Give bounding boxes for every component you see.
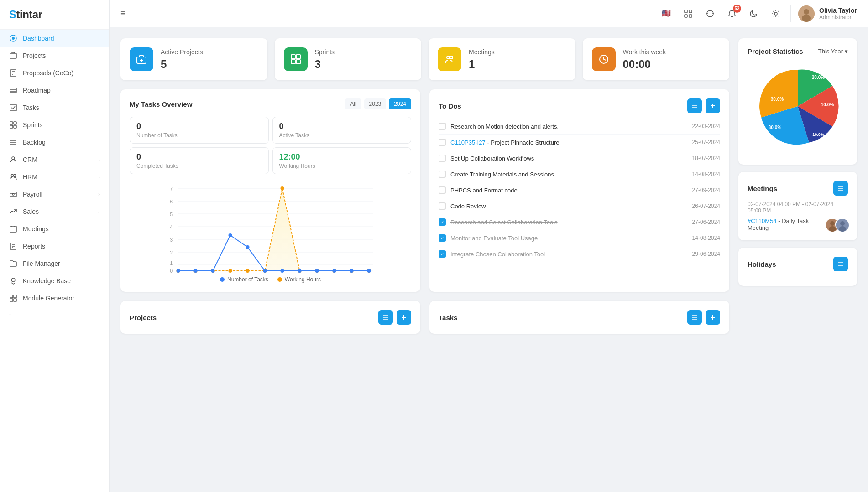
svg-point-97 — [315, 269, 319, 273]
sidebar-item-file-manager[interactable]: File Manager — [0, 255, 109, 272]
svg-point-41 — [707, 10, 713, 17]
svg-point-32 — [11, 278, 15, 282]
todo-date-4: 27-09-2024 — [692, 187, 720, 193]
crm-icon — [9, 155, 17, 164]
todos-list-view-button[interactable] — [687, 98, 702, 113]
todo-check-0[interactable] — [439, 123, 446, 130]
apps-grid-icon[interactable] — [681, 6, 695, 21]
user-role: Administrator — [819, 14, 857, 21]
task-stat-hours: 12:00 Working Hours — [272, 147, 412, 174]
menu-toggle-button[interactable]: ≡ — [120, 9, 125, 18]
dark-mode-icon[interactable] — [747, 6, 761, 21]
svg-text:2: 2 — [170, 250, 173, 255]
holidays-card-title: Holidays — [748, 260, 776, 268]
meetings-card-title: Meetings — [748, 185, 777, 192]
filter-2024[interactable]: 2024 — [389, 98, 411, 109]
svg-point-83 — [281, 186, 284, 190]
sidebar-item-dashboard[interactable]: Dashboard — [0, 30, 109, 47]
svg-text:20.0%: 20.0% — [812, 75, 825, 80]
sidebar-item-crm[interactable]: CRM › — [0, 151, 109, 168]
svg-text:30.0%: 30.0% — [769, 125, 781, 130]
sidebar-label-backlog: Backlog — [23, 139, 46, 146]
projects-list-button[interactable] — [378, 310, 393, 325]
todos-add-button[interactable] — [706, 98, 720, 113]
svg-point-140 — [840, 221, 845, 226]
meeting-link[interactable]: #C110M54 — [748, 218, 777, 224]
sidebar-item-tasks[interactable]: Tasks — [0, 99, 109, 116]
tasks-overview-card: My Tasks Overview All 2023 2024 0 Number… — [120, 89, 420, 292]
sales-icon — [9, 207, 17, 216]
tasks-icon — [9, 104, 17, 112]
holidays-list-button[interactable] — [833, 257, 848, 271]
stat-info-sprints: Sprints 3 — [315, 48, 335, 71]
todo-check-6[interactable] — [439, 218, 446, 226]
svg-text:0: 0 — [170, 269, 173, 273]
todo-check-8[interactable] — [439, 250, 446, 258]
sidebar-item-module-generator[interactable]: Module Generator — [0, 290, 109, 307]
sidebar-item-meetings[interactable]: Meetings — [0, 220, 109, 238]
projects-add-button[interactable] — [397, 310, 411, 325]
sidebar-item-payroll[interactable]: Payroll › — [0, 186, 109, 203]
task-stat-completed: 0 Completed Tasks — [130, 147, 269, 174]
todo-check-1[interactable] — [439, 139, 446, 146]
avatar — [798, 5, 815, 22]
sidebar-item-reports[interactable]: Reports — [0, 238, 109, 255]
meetings-list-button[interactable] — [833, 181, 848, 196]
svg-point-100 — [367, 269, 371, 273]
tasks-overview-header: My Tasks Overview All 2023 2024 — [130, 98, 411, 109]
sidebar-item-sales[interactable]: Sales › — [0, 203, 109, 220]
todo-item-3: Create Training Materials and Sessions 1… — [439, 166, 720, 182]
todos-actions — [687, 98, 720, 113]
work-week-icon — [592, 47, 616, 71]
todos-header: To Dos — [439, 98, 720, 113]
svg-point-80 — [229, 269, 232, 273]
todo-item-6: Research and Select Collaboration Tools … — [439, 214, 720, 230]
notification-bell-icon[interactable]: 52 — [725, 6, 739, 21]
sprints-stat-icon — [284, 47, 308, 71]
sidebar-item-proposals[interactable]: Proposals (CoCo) — [0, 64, 109, 82]
stat-value-sprints: 3 — [315, 58, 335, 71]
sidebar-item-hrm[interactable]: HRM › — [0, 168, 109, 186]
chevron-down-icon: ▾ — [845, 48, 848, 55]
tasks-actions — [687, 310, 720, 325]
sidebar-label-tasks: Tasks — [23, 104, 39, 111]
filter-all[interactable]: All — [345, 98, 361, 109]
todo-link-1[interactable]: C110P35-I27 — [450, 139, 486, 146]
settings-icon[interactable] — [769, 6, 783, 21]
main-area: ≡ 🇺🇸 52 — [110, 0, 868, 492]
svg-rect-33 — [10, 295, 13, 298]
svg-point-137 — [830, 221, 835, 226]
hrm-icon — [9, 173, 17, 181]
user-profile[interactable]: Olivia Taylor Administrator — [790, 5, 857, 22]
todo-check-5[interactable] — [439, 202, 446, 210]
sidebar-item-backlog[interactable]: Backlog — [0, 134, 109, 151]
filter-2023[interactable]: 2023 — [364, 98, 387, 109]
stat-info-meetings: Meetings 1 — [469, 48, 495, 71]
todo-check-3[interactable] — [439, 171, 446, 178]
todo-text-4: PHPCS and Format code — [450, 187, 688, 194]
todo-item-7: Monitor and Evaluate Tool Usage 14-08-20… — [439, 230, 720, 246]
sidebar-item-knowledge-base[interactable]: Knowledge Base — [0, 272, 109, 290]
meetings-stat-icon — [438, 47, 461, 71]
todo-check-4[interactable] — [439, 186, 446, 194]
meetings-card: Meetings 02-07-2024 04:00 PM - 02-07-202… — [738, 172, 857, 240]
year-selector[interactable]: This Year ▾ — [818, 48, 848, 55]
bottom-row: Projects Tasks — [120, 301, 729, 334]
app-logo: Stintar — [9, 8, 42, 21]
sidebar-item-projects[interactable]: Projects — [0, 47, 109, 64]
svg-rect-38 — [689, 10, 692, 13]
holidays-card: Holidays — [738, 248, 857, 286]
projects-icon — [9, 52, 17, 60]
stat-label-work-week: Work this week — [623, 48, 666, 56]
sidebar-item-sprints[interactable]: Sprints — [0, 116, 109, 134]
todo-check-2[interactable] — [439, 155, 446, 162]
crosshair-icon[interactable] — [703, 6, 717, 21]
flag-icon[interactable]: 🇺🇸 — [659, 6, 674, 21]
tasks-list-button[interactable] — [687, 310, 702, 325]
sidebar-label-sprints: Sprints — [23, 121, 43, 129]
payroll-icon — [9, 190, 17, 198]
stat-card-sprints: Sprints 3 — [275, 38, 422, 80]
todo-check-7[interactable] — [439, 234, 446, 242]
sidebar-item-roadmap[interactable]: Roadmap — [0, 82, 109, 99]
tasks-add-button[interactable] — [706, 310, 720, 325]
